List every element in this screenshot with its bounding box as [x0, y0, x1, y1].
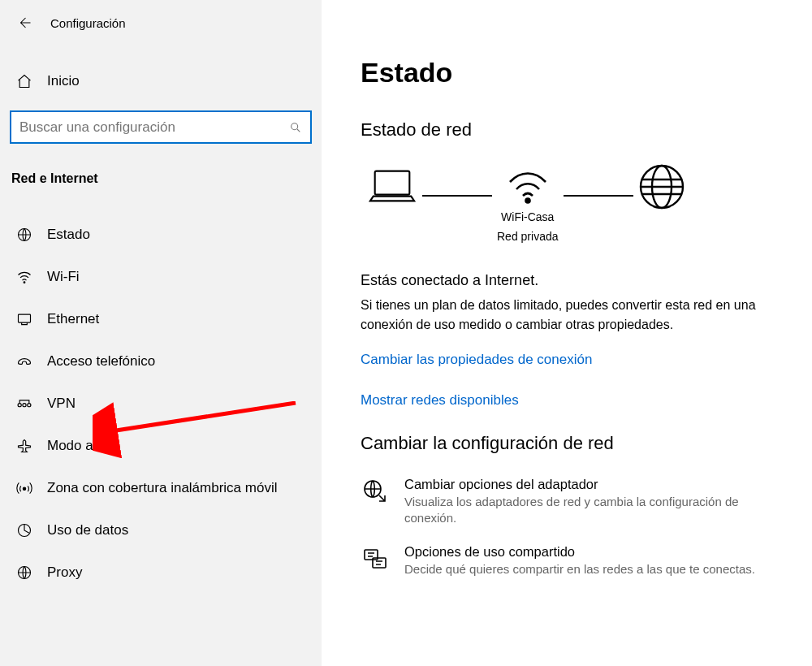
nav-item-ethernet[interactable]: Ethernet — [10, 298, 312, 340]
nav-item-estado[interactable]: Estado — [10, 214, 312, 256]
nav-label: Uso de datos — [47, 522, 128, 538]
svg-point-7 — [23, 487, 25, 490]
svg-point-6 — [28, 404, 31, 407]
sidebar: Configuración Inicio Red e Internet Esta… — [0, 0, 322, 666]
laptop-icon — [367, 166, 417, 247]
nav-label: Ethernet — [47, 311, 99, 327]
sharing-options-icon — [361, 544, 390, 573]
nav-label: Proxy — [47, 564, 82, 581]
settings-title: Configuración — [50, 16, 126, 30]
nav-label: Modo avión — [47, 438, 119, 454]
airplane-icon — [16, 438, 32, 454]
proxy-icon — [16, 564, 32, 581]
sharing-options-desc: Decide qué quieres compartir en las rede… — [404, 561, 755, 577]
svg-point-2 — [24, 282, 25, 283]
search-box[interactable] — [10, 110, 312, 144]
back-arrow-icon — [17, 15, 32, 30]
svg-point-13 — [525, 199, 529, 203]
change-network-heading: Cambiar la configuración de red — [361, 433, 786, 454]
section-title: Red e Internet — [10, 171, 312, 186]
nav-item-airplane[interactable]: Modo avión — [10, 425, 312, 467]
nav-label: Zona con cobertura inalámbrica móvil — [47, 480, 277, 496]
network-diagram: WiFi-Casa Red privada — [361, 163, 786, 249]
network-status-heading: Estado de red — [361, 119, 786, 141]
nav-item-vpn[interactable]: VPN — [10, 383, 312, 425]
svg-rect-3 — [19, 314, 31, 322]
status-icon — [16, 227, 32, 243]
sharing-options-row[interactable]: Opciones de uso compartido Decide qué qu… — [361, 544, 786, 577]
search-icon — [289, 121, 302, 134]
nav-item-dialup[interactable]: Acceso telefónico — [10, 340, 312, 383]
home-button[interactable]: Inicio — [10, 67, 312, 96]
nav-label: Wi-Fi — [47, 269, 80, 285]
nav-label: Acceso telefónico — [47, 353, 155, 370]
network-type: Red privada — [497, 229, 559, 244]
search-input[interactable] — [19, 119, 289, 136]
home-icon — [16, 73, 32, 89]
nav-label: VPN — [47, 396, 76, 412]
nav-item-hotspot[interactable]: Zona con cobertura inalámbrica móvil — [10, 467, 312, 509]
change-connection-properties-link[interactable]: Cambiar las propiedades de conexión — [361, 352, 786, 368]
adapter-options-icon — [361, 477, 390, 506]
adapter-options-row[interactable]: Cambiar opciones del adaptador Visualiza… — [361, 477, 786, 527]
svg-point-0 — [292, 123, 298, 129]
wifi-network-icon: WiFi-Casa Red privada — [497, 169, 559, 244]
nav-item-proxy[interactable]: Proxy — [10, 551, 312, 594]
wifi-icon — [16, 269, 32, 285]
home-label: Inicio — [47, 73, 80, 89]
back-button[interactable] — [16, 15, 32, 31]
connection-status-title: Estás conectado a Internet. — [361, 272, 786, 289]
nav-item-data-usage[interactable]: Uso de datos — [10, 509, 312, 551]
show-available-networks-link[interactable]: Mostrar redes disponibles — [361, 392, 786, 409]
adapter-options-desc: Visualiza los adaptadores de red y cambi… — [404, 494, 786, 527]
network-name: WiFi-Casa — [501, 210, 554, 224]
svg-rect-12 — [375, 171, 410, 195]
sharing-options-title: Opciones de uso compartido — [404, 544, 755, 560]
internet-globe-icon — [638, 163, 685, 249]
nav-item-wifi[interactable]: Wi-Fi — [10, 256, 312, 298]
ethernet-icon — [16, 311, 32, 327]
page-heading: Estado — [361, 57, 786, 89]
adapter-options-title: Cambiar opciones del adaptador — [404, 477, 786, 492]
svg-point-5 — [23, 404, 26, 407]
sidebar-header: Configuración — [10, 15, 312, 31]
nav-label: Estado — [47, 227, 90, 243]
svg-point-4 — [18, 404, 21, 407]
connection-line — [564, 195, 633, 197]
vpn-icon — [16, 396, 32, 412]
main-content: Estado Estado de red WiFi-Casa Red priva… — [322, 0, 812, 666]
dialup-icon — [16, 353, 32, 370]
nav-list: Estado Wi-Fi Ethernet Acceso telefónico … — [10, 214, 312, 594]
connection-line — [422, 195, 492, 197]
connection-status-desc: Si tienes un plan de datos limitado, pue… — [361, 296, 786, 333]
data-usage-icon — [16, 522, 32, 538]
hotspot-icon — [16, 480, 32, 496]
